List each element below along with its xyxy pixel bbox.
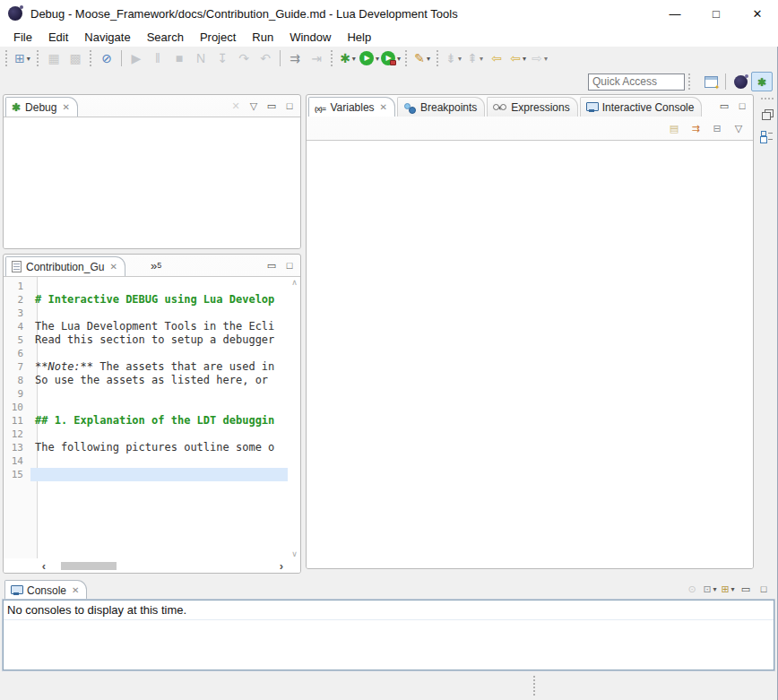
outline-view-button[interactable] [759,127,775,143]
last-edit-location-button[interactable]: ⇦ [487,48,506,68]
pin-console-button[interactable]: ⊙ [683,579,701,599]
scrollbar-track[interactable] [50,559,275,573]
menu-search[interactable]: Search [139,29,192,46]
external-tools-button[interactable]: ▶▾ [381,48,401,68]
menu-edit[interactable]: Edit [40,29,76,46]
show-debug-commands-button[interactable]: ⇉ [285,48,305,68]
editor-tab-contribution-gu[interactable]: Contribution_Gu✕ [5,256,125,276]
stack-tab-interactive-console[interactable]: Interactive Console [580,97,703,117]
open-console-button[interactable]: ⊞▾ [719,579,737,599]
save-all-button[interactable]: ▩ [65,48,85,68]
save-button[interactable]: ▦ [44,48,64,68]
debug-tab-debug[interactable]: Debug✕ [5,97,78,117]
minimize-button[interactable]: ▭ [263,96,281,116]
next-annotation-button[interactable]: ⇟▾ [444,48,463,68]
editor-content[interactable]: 12# Interactive DEBUG using Lua Develop3… [4,276,300,573]
run-dropdown-icon[interactable]: ▾ [376,55,379,63]
suspend-button[interactable]: ‖ [148,48,168,68]
view-menu-button[interactable]: ▽ [729,118,748,138]
terminate-button[interactable]: ■ [169,48,189,68]
display-selected-console-dropdown-icon[interactable]: ▾ [713,585,717,593]
stack-tab-variables[interactable]: Variables✕ [308,97,395,117]
minimize-button[interactable]: ▭ [715,96,733,116]
debug-view-content[interactable] [4,117,300,248]
remove-all-terminated-button[interactable]: ✕ [227,96,245,116]
console-content[interactable]: No consoles to display at this time. [3,600,774,670]
editor-vertical-scrollbar[interactable]: ∧ ∨ [289,278,300,558]
show-type-names-button[interactable]: ▤ [664,118,684,138]
drag-handle[interactable] [331,50,333,66]
window-minimize-button[interactable]: — [654,0,696,27]
close-icon[interactable]: ✕ [109,262,117,272]
editor-text-area[interactable]: 12# Interactive DEBUG using Lua Develop3… [4,280,288,558]
trim-drag-handle[interactable] [761,98,774,100]
external-tools-dropdown-icon[interactable]: ▾ [397,55,401,63]
menu-run[interactable]: Run [244,29,281,46]
back-button[interactable]: ⇦▾ [508,48,528,68]
back-dropdown-icon[interactable]: ▾ [523,55,526,63]
drag-handle[interactable] [5,50,8,66]
step-over-button[interactable]: ↷ [234,48,254,68]
variables-view-content[interactable] [307,140,753,568]
show-logical-structures-button[interactable]: ⇉ [686,118,705,138]
maximize-button[interactable]: □ [281,96,298,116]
window-maximize-button[interactable]: □ [696,0,737,27]
maximize-button[interactable]: □ [733,96,751,116]
scroll-up-icon[interactable]: ∧ [291,278,298,287]
lua-perspective-button[interactable] [730,72,751,91]
scrollbar-thumb[interactable] [61,562,117,570]
scroll-right-icon[interactable]: › [275,559,288,573]
view-menu-button[interactable]: ▽ [245,96,263,116]
previous-annotation-dropdown-icon[interactable]: ▾ [480,55,483,63]
collapse-all-button[interactable]: ⊟ [707,118,727,138]
restore-view-button[interactable] [759,106,775,122]
run-button[interactable]: ▶▾ [359,48,379,68]
step-return-button[interactable]: ↶ [255,48,275,68]
toolbar-drag-handle[interactable] [688,73,691,90]
close-icon[interactable]: ✕ [380,102,387,112]
debug-perspective-button[interactable] [751,72,773,91]
resume-button[interactable]: ▶ [126,48,146,68]
drag-handle[interactable] [405,50,408,66]
new-wizard-dropdown-icon[interactable]: ▾ [27,55,30,63]
console-tab-console[interactable]: Console✕ [4,580,87,600]
debug-dropdown-icon[interactable]: ▾ [352,55,356,63]
display-selected-console-button[interactable]: ⊡▾ [701,579,719,599]
disconnect-button[interactable]: N [191,48,211,68]
maximize-button[interactable]: □ [755,579,773,599]
forward-button[interactable]: ⇨▾ [530,48,549,68]
menu-project[interactable]: Project [192,29,244,46]
window-close-button[interactable]: ✕ [737,0,778,27]
maximize-button[interactable]: □ [281,255,298,275]
scroll-left-icon[interactable]: ‹ [38,559,50,573]
drag-handle[interactable] [37,50,39,66]
minimize-button[interactable]: ▭ [737,579,755,599]
debug-button[interactable]: ✱▾ [338,48,358,68]
use-step-filters-button[interactable]: ⇥ [307,48,326,68]
menu-file[interactable]: File [5,29,40,46]
menu-navigate[interactable]: Navigate [76,29,138,46]
close-icon[interactable]: ✕ [72,585,79,595]
next-annotation-dropdown-icon[interactable]: ▾ [458,55,462,63]
open-task-dropdown-icon[interactable]: ▾ [427,55,430,63]
status-drag-handle[interactable] [533,676,536,696]
new-wizard-button[interactable]: ⊞▾ [13,48,32,68]
previous-annotation-button[interactable]: ⇞▾ [465,48,485,68]
menu-window[interactable]: Window [281,29,339,46]
menu-help[interactable]: Help [339,29,379,46]
drag-handle[interactable] [437,50,439,66]
scroll-down-icon[interactable]: ∨ [291,549,298,558]
close-icon[interactable]: ✕ [62,102,69,112]
forward-dropdown-icon[interactable]: ▾ [544,55,548,63]
quick-access-input[interactable] [588,73,685,91]
minimize-button[interactable]: ▭ [263,255,281,275]
open-perspective-button[interactable] [700,72,722,91]
stack-tab-expressions[interactable]: Expressions [487,97,577,117]
drag-handle[interactable] [90,50,92,66]
editor-horizontal-scrollbar[interactable]: ‹ › [38,559,288,573]
editor-overflow-chevron[interactable]: »5 [147,255,165,275]
skip-all-breakpoints-button[interactable]: ⊘ [97,48,117,68]
open-task-button[interactable]: ✎▾ [412,48,432,68]
step-into-button[interactable]: ↧ [212,48,232,68]
stack-tab-breakpoints[interactable]: Breakpoints [397,97,485,117]
